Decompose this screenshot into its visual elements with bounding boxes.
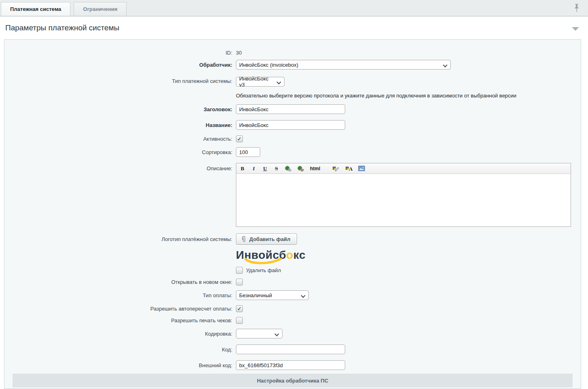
insert-image-icon[interactable] <box>358 165 365 172</box>
highlight-color-icon[interactable] <box>332 165 340 172</box>
external-code-input[interactable] <box>236 360 345 370</box>
field-row-logo: Логотип платёжной системы: Добавить файл… <box>4 233 581 274</box>
collapse-form-arrow-icon[interactable] <box>572 27 579 31</box>
editor-toolbar: B I U S <box>236 163 571 174</box>
auto-recalc-checkbox[interactable]: ✓ <box>236 305 243 312</box>
svg-text:A: A <box>349 166 352 172</box>
field-row-new-window: Открывать в новом окне: ✓ <box>4 279 581 285</box>
field-row-ps-type: Тип платежной системы: ИнвойсБокс v3 <box>4 76 581 87</box>
code-label: Код: <box>4 347 236 353</box>
handler-label: Обработчик: <box>4 62 236 68</box>
field-row-pay-type: Тип оплаты: Безналичный <box>4 290 581 300</box>
field-row-title: Заголовок: <box>4 104 581 114</box>
payment-system-form: ID: 30 Обработчик: ИнвойсБокс (invoicebo… <box>4 39 581 389</box>
title-input[interactable] <box>236 104 345 114</box>
new-window-label: Открывать в новом окне: <box>4 279 236 285</box>
field-row-sort: Сортировка: <box>4 147 581 157</box>
id-value: 30 <box>236 50 581 56</box>
title-bar: Параметры платежной системы <box>0 17 588 39</box>
add-file-button[interactable]: Добавить файл <box>236 233 297 245</box>
field-row-note: Обязательно выберите версию протокола и … <box>4 93 581 99</box>
field-row-encoding: Кодировка: <box>4 329 581 338</box>
tab-payment-system[interactable]: Платежная система <box>1 2 70 16</box>
field-row-handler: Обработчик: ИнвойсБокс (invoicebox) <box>4 60 581 70</box>
encoding-label: Кодировка: <box>4 331 236 337</box>
paperclip-icon <box>241 236 246 243</box>
description-label: Описание: <box>4 163 236 171</box>
bold-icon[interactable]: B <box>240 165 245 172</box>
name-label: Название: <box>4 122 236 128</box>
font-color-icon[interactable]: A <box>345 165 352 172</box>
sort-label: Сортировка: <box>4 149 236 155</box>
strikethrough-icon[interactable]: S <box>274 165 279 172</box>
field-row-id: ID: 30 <box>4 50 581 56</box>
code-input[interactable] <box>236 345 345 354</box>
description-editor: B I U S <box>236 163 571 227</box>
auto-recalc-label: Разрешить автопересчет оплаты: <box>4 306 236 312</box>
ps-type-select[interactable]: ИнвойсБокс v3 <box>236 77 284 87</box>
external-code-label: Внешний код: <box>4 362 236 368</box>
html-mode-icon[interactable]: html <box>310 165 320 172</box>
print-checks-label: Разрешить печать чеков: <box>4 317 236 323</box>
tab-bar: Платежная система Ограничения <box>0 0 588 17</box>
name-input[interactable] <box>236 120 345 130</box>
pay-type-label: Тип оплаты: <box>4 292 236 298</box>
remove-link-icon[interactable] <box>297 165 304 172</box>
insert-link-icon[interactable] <box>285 165 292 172</box>
field-row-active: Активность: ✓ <box>4 135 581 142</box>
field-row-code: Код: <box>4 345 581 354</box>
logo-smile-icon <box>244 258 282 265</box>
invoicebox-logo: Инвойсбокс <box>236 248 306 262</box>
field-row-print-checks: Разрешить печать чеков: ✓ <box>4 317 581 324</box>
handler-settings-title: Настройка обработчика ПС <box>257 378 328 384</box>
field-row-external-code: Внешний код: <box>4 360 581 370</box>
field-row-name: Название: <box>4 120 581 130</box>
pay-type-select[interactable]: Безналичный <box>236 290 309 300</box>
ps-type-label: Тип платежной системы: <box>4 78 236 84</box>
sort-input[interactable] <box>236 147 260 157</box>
encoding-select[interactable] <box>236 329 282 338</box>
handler-settings-section-header: Настройка обработчика ПС <box>13 374 573 387</box>
delete-file-checkbox[interactable]: ✓ <box>236 267 243 274</box>
description-textarea[interactable] <box>236 174 571 226</box>
active-checkbox[interactable]: ✓ <box>236 135 243 142</box>
active-label: Активность: <box>4 136 236 142</box>
logo-label: Логотип платёжной системы: <box>4 233 236 242</box>
tab-restrictions[interactable]: Ограничения <box>74 2 127 16</box>
delete-file-label: Удалить файл <box>246 267 281 273</box>
underline-icon[interactable]: U <box>262 165 268 172</box>
print-checks-checkbox[interactable]: ✓ <box>236 317 243 324</box>
field-row-description: Описание: B I U S <box>4 163 581 227</box>
handler-select[interactable]: ИнвойсБокс (invoicebox) <box>236 60 451 70</box>
italic-icon[interactable]: I <box>251 165 257 172</box>
protocol-note: Обязательно выберите версию протокола и … <box>236 93 581 99</box>
new-window-checkbox[interactable]: ✓ <box>236 279 243 285</box>
page-title: Параметры платежной системы <box>5 23 119 32</box>
title-label: Заголовок: <box>4 106 236 112</box>
id-label: ID: <box>4 50 236 56</box>
pin-icon[interactable] <box>573 3 580 13</box>
field-row-auto-recalc: Разрешить автопересчет оплаты: ✓ <box>4 305 581 312</box>
